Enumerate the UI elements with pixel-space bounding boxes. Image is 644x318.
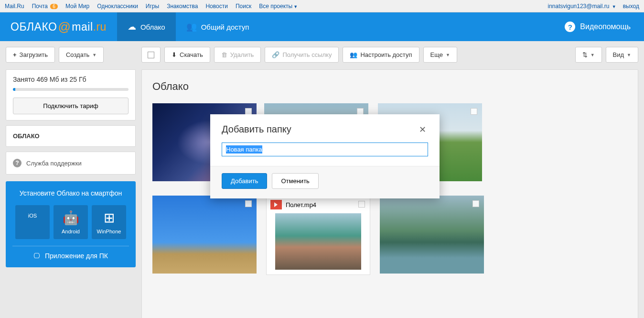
select-all-checkbox[interactable] [141,47,161,63]
video-help[interactable]: ? Видеопомощь [565,22,644,32]
help-icon: ? [565,22,575,32]
app-winphone[interactable]: ⊞WinPhone [92,205,126,239]
view-button[interactable]: Вид ▼ [606,47,638,63]
download-icon: ⬇ [172,51,177,58]
thumb-checkbox[interactable] [245,200,252,207]
monitor-icon: 🖵 [33,252,40,260]
android-icon: 🤖 [55,210,86,226]
topbar-link-dating[interactable]: Знакомства [167,3,198,10]
file-name: Полет.mp4 [286,201,316,208]
getlink-button[interactable]: 🔗 Получить ссылку [265,47,339,63]
video-icon [270,200,282,209]
more-button[interactable]: Еще ▼ [423,47,457,63]
user-email[interactable]: innatsvigun123@mail.ru ▼ [548,3,616,10]
sort-button[interactable]: ⇅ ▼ [575,47,602,63]
header: ОБЛАКО@mail.ru ☁ Облако 👥 Общий доступ ?… [0,12,644,41]
cloud-icon: ☁ [128,22,136,32]
thumb-checkbox[interactable] [245,108,252,115]
file-thumb[interactable] [380,196,484,275]
tab-cloud[interactable]: ☁ Облако [117,12,176,41]
promo-box: Установите Облако на смартфон iOS 🤖Andro… [6,181,136,267]
access-button[interactable]: 👥 Настроить доступ [343,47,419,63]
modal-title: Добавить папку [222,124,291,135]
topbar-link-projects[interactable]: Все проекты▼ [259,3,298,10]
app-ios[interactable]: iOS [15,205,50,239]
add-folder-modal: Добавить папку ✕ Новая папка Добавить От… [210,114,440,198]
thumb-checkbox[interactable] [358,201,365,208]
tariff-button[interactable]: Подключить тариф [13,98,129,114]
upload-button[interactable]: + Загрузить [6,47,55,63]
sort-icon: ⇅ [582,51,588,58]
storage-box: Занято 469 Мб из 25 Гб Подключить тариф [6,69,136,121]
topbar-link-search[interactable]: Поиск [236,3,251,10]
thumb-checkbox[interactable] [357,108,364,115]
promo-title: Установите Облако на смартфон [12,189,129,198]
app-android[interactable]: 🤖Android [54,205,88,239]
link-icon: 🔗 [272,51,279,58]
question-icon: ? [13,159,21,167]
topbar-link-mail[interactable]: Почта 6 [32,3,58,10]
download-button[interactable]: ⬇ Скачать [164,47,210,63]
topbar-link-ok[interactable]: Одноклассники [97,3,138,10]
storage-progress [13,88,129,91]
topbar-link-moimir[interactable]: Мой Мир [65,3,89,10]
sidebar: + Загрузить Создать ▼ Занято 469 Мб из 2… [6,47,136,318]
storage-text: Занято 469 Мб из 25 Гб [13,76,129,83]
topbar-link-news[interactable]: Новости [205,3,227,10]
cancel-button[interactable]: Отменить [272,173,318,189]
folder-name-input[interactable]: Новая папка [222,143,428,156]
tab-shared[interactable]: 👥 Общий доступ [176,12,260,41]
toolbar: ⬇ Скачать 🗑 Удалить 🔗 Получить ссылку 👥 … [141,47,638,63]
mail-badge: 6 [50,4,58,9]
pc-app-link[interactable]: 🖵 Приложение для ПК [12,252,129,260]
add-button[interactable]: Добавить [222,173,267,189]
thumb-checkbox[interactable] [471,108,477,115]
breadcrumb[interactable]: Облако [152,80,627,93]
close-icon[interactable]: ✕ [417,124,428,135]
people-icon: 👥 [350,51,357,58]
file-thumb-video[interactable]: Полет.mp4 [266,196,370,275]
windows-icon: ⊞ [94,210,124,226]
logo[interactable]: ОБЛАКО@mail.ru [0,20,117,34]
support-link[interactable]: ? Служба поддержки [6,152,136,175]
delete-button[interactable]: 🗑 Удалить [214,47,261,63]
logout-link[interactable]: выход [623,3,639,10]
sidebar-folder-cloud[interactable]: ОБЛАКО [6,125,136,147]
trash-icon: 🗑 [221,51,227,58]
topbar: Mail.Ru Почта 6 Мой Мир Одноклассники Иг… [0,0,644,12]
topbar-link-games[interactable]: Игры [146,3,159,10]
thumb-checkbox[interactable] [472,200,479,207]
file-thumb[interactable] [152,196,257,275]
people-icon: 👥 [186,22,197,32]
create-button[interactable]: Создать ▼ [59,47,104,63]
topbar-link-mailru[interactable]: Mail.Ru [5,3,24,10]
